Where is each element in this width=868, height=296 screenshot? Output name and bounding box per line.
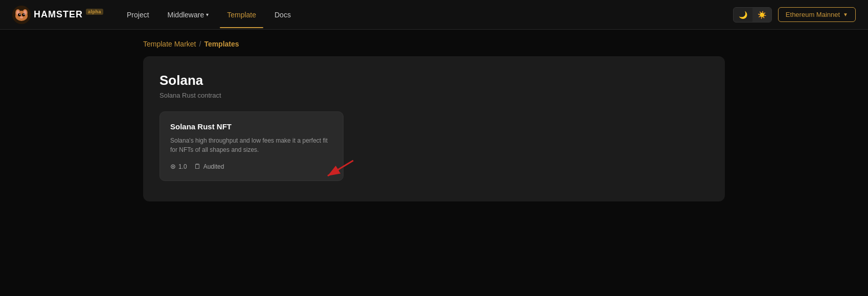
- logo-area[interactable]: HAMSTER alpha: [12, 6, 103, 24]
- version-value: 1.0: [178, 163, 187, 170]
- nav-docs[interactable]: Docs: [267, 7, 298, 23]
- svg-point-10: [20, 16, 23, 18]
- theme-sun-button[interactable]: ☀️: [752, 8, 771, 22]
- document-icon: 🗒: [194, 163, 201, 170]
- navbar: HAMSTER alpha Project Middleware ▾ Templ…: [0, 0, 868, 30]
- nav-middleware[interactable]: Middleware ▾: [161, 7, 216, 23]
- template-card-meta: ⊛ 1.0 🗒 Audited: [170, 163, 333, 170]
- svg-point-9: [24, 14, 25, 15]
- template-card-title: Solana Rust NFT: [170, 122, 333, 131]
- breadcrumb-current: Templates: [204, 40, 239, 48]
- theme-toggle: 🌙 ☀️: [733, 7, 772, 22]
- version-meta: ⊛ 1.0: [170, 163, 187, 170]
- audit-label: Audited: [203, 163, 224, 170]
- main-content: Solana Solana Rust contract Solana Rust …: [0, 56, 868, 201]
- breadcrumb-separator: /: [199, 40, 201, 48]
- template-card[interactable]: Solana Rust NFT Solana's high throughput…: [159, 111, 344, 181]
- nav-project[interactable]: Project: [120, 7, 156, 23]
- template-grid: Solana Rust NFT Solana's high throughput…: [159, 111, 709, 181]
- network-label: Ethereum Mainnet: [786, 11, 840, 18]
- svg-point-7: [22, 13, 25, 16]
- breadcrumb-area: Template Market / Templates: [0, 30, 868, 56]
- breadcrumb-parent[interactable]: Template Market: [143, 40, 196, 48]
- template-card-description: Solana's high throughput and low fees ma…: [170, 136, 333, 154]
- app-name: HAMSTER: [34, 9, 83, 20]
- theme-moon-button[interactable]: 🌙: [734, 8, 752, 22]
- nav-links: Project Middleware ▾ Template Docs: [120, 7, 733, 23]
- audit-meta: 🗒 Audited: [194, 163, 224, 170]
- hamster-logo-icon: [12, 6, 31, 24]
- category-card: Solana Solana Rust contract Solana Rust …: [143, 56, 725, 201]
- nav-right: 🌙 ☀️ Ethereum Mainnet ▼: [733, 7, 856, 22]
- category-title: Solana: [159, 73, 709, 88]
- svg-point-6: [18, 13, 21, 16]
- svg-point-8: [19, 14, 20, 15]
- network-chevron-icon: ▼: [843, 12, 848, 17]
- category-subtitle: Solana Rust contract: [159, 92, 709, 99]
- nav-template[interactable]: Template: [220, 7, 263, 23]
- breadcrumb: Template Market / Templates: [143, 40, 868, 48]
- alpha-badge: alpha: [86, 9, 103, 15]
- layers-icon: ⊛: [170, 163, 176, 170]
- network-selector-button[interactable]: Ethereum Mainnet ▼: [778, 7, 856, 22]
